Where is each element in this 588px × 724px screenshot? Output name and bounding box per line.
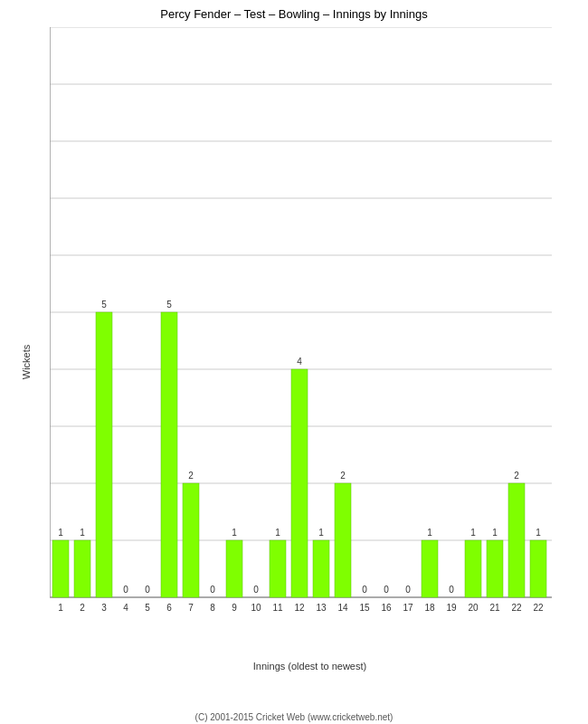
svg-text:14: 14: [337, 603, 348, 613]
bar-14: [335, 483, 351, 597]
bar-3: [96, 312, 112, 597]
bar-18: [422, 540, 438, 597]
svg-text:17: 17: [403, 603, 413, 613]
bar-7: [183, 483, 199, 597]
svg-text:11: 11: [272, 603, 283, 613]
bar-12: [291, 369, 308, 597]
svg-text:0: 0: [362, 585, 367, 595]
y-axis-label: Wickets: [21, 345, 32, 380]
bar-9: [226, 540, 242, 597]
svg-text:10: 10: [251, 603, 261, 613]
svg-text:2: 2: [514, 471, 519, 481]
svg-text:8: 8: [210, 603, 215, 613]
svg-text:6: 6: [166, 603, 172, 613]
svg-text:1: 1: [470, 528, 476, 538]
svg-text:16: 16: [381, 603, 392, 613]
svg-text:4: 4: [297, 357, 302, 367]
svg-text:0: 0: [123, 585, 128, 595]
svg-text:22: 22: [533, 603, 544, 613]
svg-text:1: 1: [58, 603, 63, 613]
svg-text:1: 1: [492, 528, 498, 538]
bar-2: [74, 540, 90, 597]
bar-11: [270, 540, 286, 597]
svg-text:5: 5: [145, 603, 150, 613]
bar-13: [313, 540, 329, 597]
bar-21: [487, 540, 503, 597]
svg-text:1: 1: [80, 528, 85, 538]
svg-text:5: 5: [101, 300, 107, 310]
svg-text:13: 13: [316, 603, 327, 613]
svg-text:1: 1: [318, 528, 324, 538]
svg-text:0: 0: [210, 585, 215, 595]
bar-23: [530, 540, 546, 597]
bar-6: [161, 312, 177, 597]
svg-text:3: 3: [101, 603, 107, 613]
svg-text:9: 9: [232, 603, 237, 613]
chart-title: Percy Fender – Test – Bowling – Innings …: [0, 0, 588, 24]
svg-text:2: 2: [188, 471, 194, 481]
svg-text:0: 0: [253, 585, 259, 595]
svg-text:0: 0: [384, 585, 389, 595]
svg-text:2: 2: [340, 471, 346, 481]
svg-text:21: 21: [489, 603, 500, 613]
svg-text:0: 0: [449, 585, 454, 595]
svg-text:15: 15: [359, 603, 370, 613]
svg-text:4: 4: [123, 603, 128, 613]
svg-text:1: 1: [275, 528, 280, 538]
svg-text:2: 2: [80, 603, 85, 613]
svg-text:0: 0: [145, 585, 150, 595]
svg-text:7: 7: [188, 603, 194, 613]
svg-text:19: 19: [446, 603, 457, 613]
svg-text:22: 22: [511, 603, 522, 613]
bar-1: [52, 540, 69, 597]
svg-text:1: 1: [427, 528, 432, 538]
bar-22: [508, 483, 525, 597]
svg-text:1: 1: [58, 528, 63, 538]
svg-text:0: 0: [405, 585, 411, 595]
svg-text:1: 1: [536, 528, 541, 538]
footer-text: (C) 2001-2015 Cricket Web (www.cricketwe…: [0, 712, 588, 722]
bar-chart-svg: 0 1 2 3 4 5 6 7 8 9 10: [50, 27, 570, 652]
svg-text:20: 20: [468, 603, 479, 613]
bar-20: [465, 540, 481, 597]
svg-text:18: 18: [424, 603, 435, 613]
svg-text:1: 1: [232, 528, 237, 538]
svg-text:12: 12: [294, 603, 305, 613]
svg-text:5: 5: [166, 300, 172, 310]
chart-container: Percy Fender – Test – Bowling – Innings …: [0, 0, 588, 724]
x-axis-label: Innings (oldest to newest): [50, 661, 570, 672]
